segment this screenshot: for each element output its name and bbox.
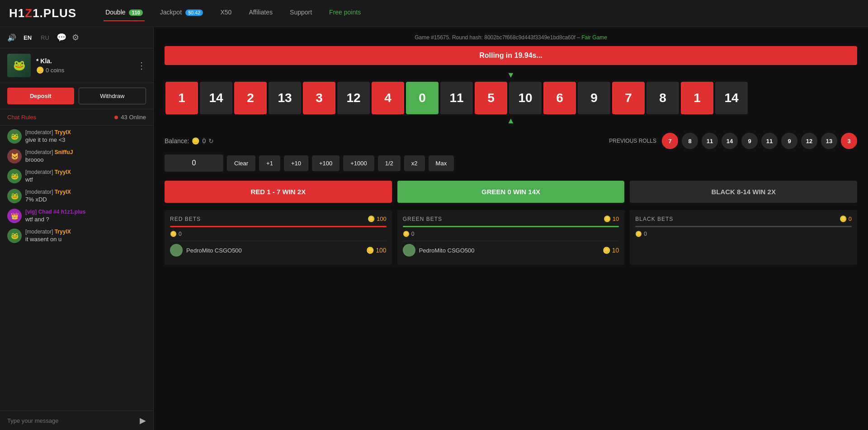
chat-username: [moderator] TryylX <box>25 129 146 136</box>
plus100-button[interactable]: +100 <box>312 155 340 171</box>
main-content: Game #15675. Round hash: 8002bc7f668c9d4… <box>154 27 868 430</box>
game-sections: RED 1 - 7 WIN 2X GREEN 0 WIN 14X BLACK 8… <box>165 181 857 203</box>
chat-input[interactable] <box>7 417 136 424</box>
main-layout: 🔊 EN RU 💬 ⚙ 🐸 * Kla. 🪙 0 coins ⋮ Deposit <box>0 27 868 430</box>
roll-badge: 9 <box>781 133 797 149</box>
reel-item: 4 <box>372 82 404 114</box>
table-row: PedroMito CSGO500 🪙 10 <box>403 241 619 259</box>
list-item: 🐱 [moderator] SniffuJ broooo <box>7 149 146 164</box>
bet-entry-avatar <box>403 244 415 257</box>
reel-item: 3 <box>303 82 335 114</box>
reel-item: 7 <box>612 82 645 114</box>
steam-icon[interactable]: ⚙ <box>72 33 79 42</box>
user-section: 🐸 * Kla. 🪙 0 coins ⋮ <box>0 48 153 83</box>
reel-item: 0 <box>406 82 439 114</box>
chat-content: [moderator] TryylX give it to me <3 <box>25 129 146 144</box>
refresh-balance-button[interactable]: ↻ <box>208 137 214 145</box>
clear-button[interactable]: Clear <box>227 155 255 171</box>
list-item: 🐸 [moderator] TryylX it wasent on u <box>7 229 146 243</box>
x2-button[interactable]: x2 <box>404 155 425 171</box>
user-menu-dots[interactable]: ⋮ <box>137 60 146 71</box>
reel-arrow-bottom: ▲ <box>165 116 857 126</box>
green-bets-panel: GREEN BETS 🪙 10 🪙 0 PedroMito CSGO500 <box>397 210 625 265</box>
reel: 11421331240115106978114 <box>165 82 857 114</box>
bet-controls: Clear +1 +10 +100 +1000 1/2 x2 Max <box>165 154 857 172</box>
reel-item: 6 <box>543 82 576 114</box>
nav-jackpot[interactable]: Jackpot $0.42 <box>158 9 205 19</box>
chat-rules-link[interactable]: Chat Rules <box>7 114 36 121</box>
reel-item: 14 <box>200 82 232 114</box>
half-button[interactable]: 1/2 <box>378 155 401 171</box>
reel-item: 10 <box>509 82 542 114</box>
bet-input[interactable] <box>165 154 223 172</box>
deposit-button[interactable]: Deposit <box>7 88 74 104</box>
reel-item: 1 <box>681 82 713 114</box>
black-bets-total: 🪙 0 <box>635 231 852 237</box>
list-item: 🐸 [moderator] TryylX give it to me <3 <box>7 129 146 144</box>
chat-header: Chat Rules 43 Online <box>0 109 153 126</box>
bet-entry-avatar <box>170 244 183 257</box>
list-item: 🐸 [moderator] TryylX 7% xDD <box>7 189 146 203</box>
coin-icon: 🪙 <box>603 247 610 254</box>
nav-freepoints[interactable]: Free points <box>327 9 363 19</box>
chat-content: [moderator] TryylX 7% xDD <box>25 189 146 203</box>
bet-entry-amount: 🪙 10 <box>603 247 619 254</box>
fair-game-link[interactable]: Fair Game <box>581 34 607 41</box>
balance-coin-icon: 🪙 <box>192 137 199 145</box>
nav-support[interactable]: Support <box>288 9 314 19</box>
chat-avatar: 🐸 <box>7 229 22 243</box>
online-indicator: 43 Online <box>114 114 146 121</box>
discord-icon[interactable]: 💬 <box>57 33 66 42</box>
black-bet-button[interactable]: BLACK 8-14 WIN 2X <box>630 181 857 203</box>
roll-badge: 11 <box>761 133 778 149</box>
roll-badge: 3 <box>841 133 857 149</box>
plus1-button[interactable]: +1 <box>259 155 280 171</box>
chat-text: 7% xDD <box>25 196 146 203</box>
reel-item: 11 <box>440 82 473 114</box>
chat-text: give it to me <3 <box>25 136 146 143</box>
red-bet-button[interactable]: RED 1 - 7 WIN 2X <box>165 181 392 203</box>
lang-ru-button[interactable]: RU <box>39 33 51 42</box>
chat-text: it wasent on u <box>25 236 146 243</box>
previous-rolls: PREVIOUS ROLLS 7 8 11 14 9 11 9 12 13 3 <box>609 133 857 149</box>
green-bets-header: GREEN BETS 🪙 10 <box>403 215 619 222</box>
nav-x50[interactable]: X50 <box>218 9 233 19</box>
max-button[interactable]: Max <box>429 155 454 171</box>
send-button[interactable]: ▶ <box>140 416 146 425</box>
reel-item: 12 <box>337 82 370 114</box>
reel-item: 13 <box>269 82 301 114</box>
green-bets-total: 🪙 0 <box>403 231 619 237</box>
plus1000-button[interactable]: +1000 <box>343 155 374 171</box>
red-bets-panel: RED BETS 🪙 100 🪙 0 PedroMito CSGO500 <box>165 210 392 265</box>
chat-input-area: ▶ <box>0 411 153 430</box>
chat-username: [moderator] SniffuJ <box>25 149 146 155</box>
logo: H1Z1.PLUS <box>9 6 76 20</box>
chat-avatar: 👑 <box>7 209 22 223</box>
chat-content: [moderator] TryylX wtf <box>25 169 146 183</box>
chat-username: [moderator] TryylX <box>25 169 146 175</box>
lang-en-button[interactable]: EN <box>22 33 33 42</box>
red-bets-amount: 🪙 100 <box>368 215 387 222</box>
chat-avatar: 🐸 <box>7 169 22 183</box>
sidebar: 🔊 EN RU 💬 ⚙ 🐸 * Kla. 🪙 0 coins ⋮ Deposit <box>0 27 154 430</box>
red-bets-header: RED BETS 🪙 100 <box>170 215 387 222</box>
chat-username: [moderator] TryylX <box>25 229 146 235</box>
plus10-button[interactable]: +10 <box>284 155 308 171</box>
sound-icon[interactable]: 🔊 <box>7 33 16 42</box>
reel-item: 9 <box>578 82 610 114</box>
nav-double[interactable]: Double 110 <box>104 9 145 19</box>
green-bet-button[interactable]: GREEN 0 WIN 14X <box>397 181 625 203</box>
nav-items: Double 110 Jackpot $0.42 X50 Affiliates … <box>104 9 859 19</box>
reel-arrow-top: ▼ <box>165 70 857 80</box>
roll-badge: 12 <box>801 133 817 149</box>
rolling-banner: Rolling in 19.94s... <box>165 46 857 65</box>
coin-icon: 🪙 <box>840 215 847 222</box>
bet-area: Balance: 🪙 0 ↻ PREVIOUS ROLLS 7 8 11 14 … <box>165 133 857 149</box>
nav-affiliates[interactable]: Affiliates <box>247 9 274 19</box>
bet-entry-user: PedroMito CSGO500 <box>170 244 242 257</box>
black-bets-panel: BLACK BETS 🪙 0 🪙 0 <box>630 210 857 265</box>
withdraw-button[interactable]: Withdraw <box>79 88 146 104</box>
chat-avatar: 🐱 <box>7 149 22 164</box>
black-bets-bar <box>635 226 852 227</box>
coin-icon: 🪙 <box>604 215 611 222</box>
